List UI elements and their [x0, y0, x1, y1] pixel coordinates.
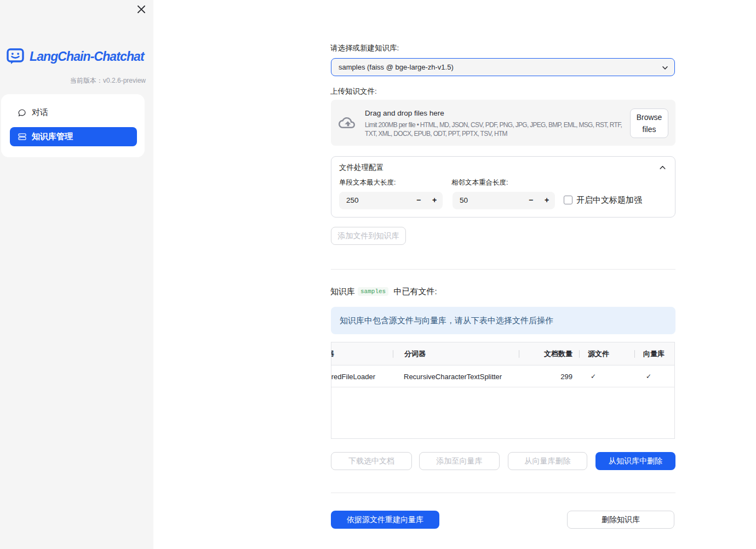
kb-select-label: 请选择或新建知识库: [330, 43, 399, 53]
add-files-to-kb-button[interactable]: 添加文件到知识库 [331, 227, 406, 245]
column-separator [579, 350, 580, 358]
overlap-plus-button[interactable]: + [542, 196, 551, 204]
rebuild-vector-store-button[interactable]: 依据源文件重建向量库 [331, 511, 439, 529]
close-sidebar-icon[interactable] [136, 4, 146, 14]
column-separator [519, 350, 519, 358]
delete-from-vector-button[interactable]: 从向量库删除 [508, 452, 587, 470]
kb-files-prefix: 知识库 [330, 287, 355, 297]
chat-icon [18, 108, 26, 117]
version-label: 当前版本： [70, 77, 103, 84]
chunk-plus-button[interactable]: + [430, 196, 439, 204]
kb-name-code: samples [358, 287, 388, 296]
cell-vector-check: ✓ [646, 366, 651, 387]
column-header-loader[interactable]: 文档加载器 [331, 342, 334, 365]
zh-title-checkbox[interactable] [564, 196, 572, 204]
cell-source-check: ✓ [591, 366, 596, 387]
upload-label: 上传知识文件: [330, 87, 377, 96]
column-header-splitter[interactable]: 分词器 [404, 342, 426, 365]
chunk-size-input[interactable]: 250 − + [339, 192, 443, 209]
sidebar: LangChain-Chatchat 当前版本：v0.2.6-preview 对… [0, 0, 153, 549]
logo-text: LangChain-Chatchat [30, 49, 144, 64]
version-line: 当前版本：v0.2.6-preview [0, 76, 146, 85]
nav-item-label: 知识库管理 [32, 131, 73, 142]
chunk-minus-button[interactable]: − [414, 196, 423, 204]
kb-files-table[interactable]: 文档加载器 分词器 文档数量 源文件 向量库 UnstructuredFileL… [331, 342, 675, 439]
browse-files-button[interactable]: Browse files [630, 108, 668, 138]
kb-files-heading: 知识库samples 中已有文件: [330, 286, 437, 297]
logo: LangChain-Chatchat [7, 47, 147, 66]
zh-title-checkbox-label: 开启中文标题加强 [576, 195, 642, 205]
column-header-source[interactable]: 源文件 [588, 342, 609, 365]
kb-files-suffix: 中已有文件: [391, 287, 437, 297]
download-selected-button[interactable]: 下载选中文档 [331, 452, 412, 470]
app: LangChain-Chatchat 当前版本：v0.2.6-preview 对… [0, 0, 756, 549]
overlap-size-value: 50 [460, 196, 468, 204]
expander-title[interactable]: 文件处理配置 [339, 163, 383, 173]
divider [331, 269, 675, 270]
chatchat-logo-icon [7, 48, 25, 65]
info-alert: 知识库中包含源文件与向量库，请从下表中选择文件后操作 [331, 307, 675, 334]
kb-select[interactable]: samples (faiss @ bge-large-zh-v1.5) [331, 58, 675, 76]
cell-loader: UnstructuredFileLoader [331, 366, 375, 387]
overlap-size-label: 相邻文本重合长度: [451, 178, 508, 187]
version-value: v0.2.6-preview [103, 77, 146, 84]
delete-kb-button[interactable]: 删除知识库 [567, 511, 674, 529]
nav-item-label: 对话 [32, 107, 48, 118]
info-alert-text: 知识库中包含源文件与向量库，请从下表中选择文件后操作 [340, 316, 553, 326]
table-header: 文档加载器 分词器 文档数量 源文件 向量库 [331, 342, 674, 365]
table-row[interactable]: UnstructuredFileLoader RecursiveCharacte… [331, 366, 674, 387]
dropzone-title: Drag and drop files here [365, 109, 444, 117]
overlap-minus-button[interactable]: − [526, 196, 535, 204]
delete-from-kb-button[interactable]: 从知识库中删除 [595, 452, 675, 470]
cell-docs: 299 [560, 366, 572, 387]
chevron-up-icon[interactable] [659, 164, 666, 171]
column-separator [634, 350, 635, 358]
sidebar-nav-card: 对话 知识库管理 [1, 94, 145, 157]
dropzone-hint: Limit 200MB per file • HTML, MD, JSON, C… [365, 121, 627, 139]
column-header-vector[interactable]: 向量库 [643, 342, 665, 365]
nav-item-dialogue[interactable]: 对话 [10, 103, 137, 122]
cloud-upload-icon [339, 115, 355, 131]
chunk-size-value: 250 [346, 196, 359, 204]
overlap-size-input[interactable]: 50 − + [453, 192, 555, 209]
chunk-size-label: 单段文本最大长度: [339, 178, 396, 187]
divider [331, 493, 675, 493]
column-separator [393, 350, 393, 358]
nav-item-knowledge-base[interactable]: 知识库管理 [10, 127, 137, 146]
chevron-down-icon [662, 65, 668, 71]
add-to-vector-button[interactable]: 添加至向量库 [419, 452, 500, 470]
kb-select-value: samples (faiss @ bge-large-zh-v1.5) [339, 63, 454, 71]
column-header-docs[interactable]: 文档数量 [544, 342, 572, 365]
cell-splitter: RecursiveCharacterTextSplitter [404, 366, 502, 387]
main-content: 请选择或新建知识库: samples (faiss @ bge-large-zh… [153, 0, 756, 549]
hdd-stack-icon [18, 133, 26, 141]
